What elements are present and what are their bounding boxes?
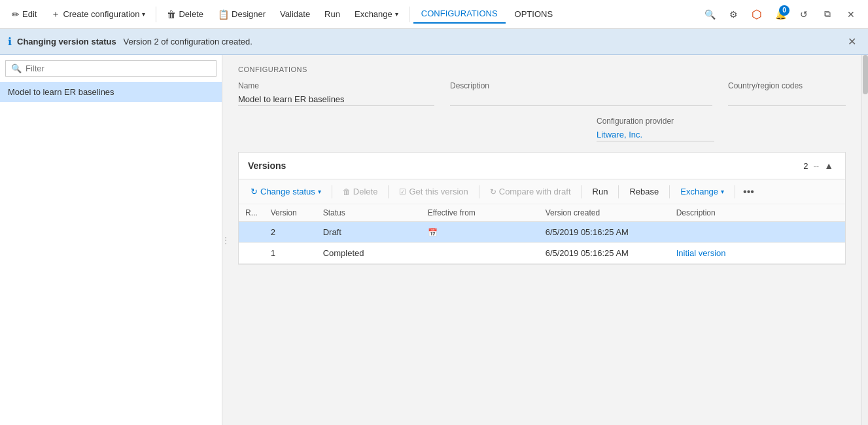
country-field: Country/region codes <box>728 81 846 106</box>
delete-icon: 🗑 <box>167 9 176 20</box>
scrollbar[interactable] <box>861 55 868 425</box>
cell-version: 2 <box>264 222 317 243</box>
form-row-2: Configuration provider Litware, Inc. <box>238 117 846 141</box>
notification-close-button[interactable]: ✕ <box>844 34 860 49</box>
search-icon: 🔍 <box>11 64 22 73</box>
description-value <box>450 93 712 106</box>
cell-description: Initial version <box>670 243 845 264</box>
sep2 <box>388 185 389 198</box>
search-button[interactable]: 🔍 <box>698 3 721 26</box>
search-input[interactable] <box>26 64 211 73</box>
refresh-button[interactable]: ↺ <box>792 3 816 26</box>
compare-icon: ↻ <box>490 187 496 196</box>
cell-created: 6/5/2019 05:16:25 AM <box>539 243 670 264</box>
versions-count: 2 <box>803 161 808 171</box>
cell-description <box>670 222 845 243</box>
table-row[interactable]: 2 Draft 📅 6/5/2019 05:16:25 AM <box>239 222 845 243</box>
notification-bar: ℹ Changing version status Version 2 of c… <box>0 29 868 55</box>
office-button[interactable]: ⬡ <box>745 3 769 26</box>
notification-message: Changing version status Version 2 of con… <box>17 37 252 46</box>
separator <box>156 7 156 22</box>
provider-field: Configuration provider Litware, Inc. <box>597 117 714 141</box>
cell-version: 1 <box>264 243 317 264</box>
run-button[interactable]: Run <box>318 5 347 23</box>
section-label: CONFIGURATIONS <box>238 65 846 73</box>
run-versions-button[interactable]: Run <box>586 183 615 200</box>
main-toolbar: ✏ Edit ＋ Create configuration ▾ 🗑 Delete… <box>0 0 868 29</box>
rebase-button[interactable]: Rebase <box>623 183 665 200</box>
calendar-icon[interactable]: 📅 <box>428 228 438 237</box>
chevron-down-icon: ▾ <box>395 10 398 18</box>
name-value: Model to learn ER baselines <box>238 93 434 106</box>
sep3 <box>479 185 479 198</box>
separator-2 <box>409 7 409 22</box>
settings-button[interactable]: ⚙ <box>721 3 745 26</box>
close-icon: ✕ <box>847 9 855 20</box>
tab-configurations[interactable]: CONFIGURATIONS <box>413 5 506 24</box>
refresh-icon: ↺ <box>800 9 808 20</box>
sep6 <box>669 185 670 198</box>
plus-icon: ＋ <box>51 9 60 20</box>
chevron-down-icon: ▾ <box>142 10 145 18</box>
cell-status: Completed <box>317 243 421 264</box>
compare-with-draft-button[interactable]: ↻ Compare with draft <box>483 183 578 200</box>
name-field: Name Model to learn ER baselines <box>238 81 434 106</box>
versions-dash: -- <box>813 161 819 171</box>
col-header-created: Version created <box>539 204 670 222</box>
notifications-button[interactable]: 🔔 0 <box>769 3 792 26</box>
delete-button[interactable]: 🗑 Delete <box>160 5 210 24</box>
sep <box>332 185 332 198</box>
country-value <box>728 93 846 106</box>
change-status-button[interactable]: ↻ Change status ▾ <box>244 183 328 200</box>
tab-options[interactable]: OPTIONS <box>507 5 561 23</box>
info-icon: ℹ <box>8 35 12 48</box>
drag-handle[interactable]: ⋮ <box>220 233 232 248</box>
nav-buttons: 🔍 ⚙ ⬡ 🔔 0 ↺ ⧉ ✕ <box>698 3 863 26</box>
sidebar-item-model[interactable]: Model to learn ER baselines <box>0 82 222 102</box>
edit-icon: ✏ <box>12 9 20 20</box>
search-icon: 🔍 <box>704 9 716 20</box>
col-header-r: R... <box>239 204 264 222</box>
exchange-versions-button[interactable]: Exchange ▾ <box>674 183 731 200</box>
close-button[interactable]: ✕ <box>839 3 863 26</box>
office-icon: ⬡ <box>752 7 762 22</box>
col-header-effective: Effective from <box>421 204 539 222</box>
versions-header: Versions 2 -- ▲ <box>239 153 845 179</box>
versions-panel: Versions 2 -- ▲ ↻ Change status ▾ 🗑 Dele… <box>238 152 846 265</box>
edit-button[interactable]: ✏ Edit <box>5 5 43 24</box>
more-options-button[interactable]: ••• <box>739 185 758 199</box>
chevron-down-icon: ▾ <box>318 188 321 195</box>
cell-effective: 📅 <box>421 222 539 243</box>
versions-table: R... Version Status Effective from Versi… <box>239 204 845 264</box>
form-row-1: Name Model to learn ER baselines Descrip… <box>238 81 846 106</box>
designer-icon: 📋 <box>218 9 229 20</box>
versions-delete-button[interactable]: 🗑 Delete <box>336 183 385 200</box>
cell-created: 6/5/2019 05:16:25 AM <box>539 222 670 243</box>
table-row[interactable]: 1 Completed 6/5/2019 05:16:25 AM Initial… <box>239 243 845 264</box>
gear-icon: ⚙ <box>729 9 738 20</box>
delete-icon: 🗑 <box>343 187 351 196</box>
col-header-status: Status <box>317 204 421 222</box>
sep7 <box>735 185 735 198</box>
restore-button[interactable]: ⧉ <box>816 3 839 26</box>
chevron-up-icon: ▲ <box>824 160 833 171</box>
content-area: CONFIGURATIONS Name Model to learn ER ba… <box>222 55 861 425</box>
restore-icon: ⧉ <box>824 9 831 20</box>
get-this-version-button[interactable]: ☑ Get this version <box>392 183 474 200</box>
sep4 <box>582 185 582 198</box>
versions-collapse-button[interactable]: ▲ <box>822 159 836 172</box>
exchange-button[interactable]: Exchange ▾ <box>348 5 405 23</box>
cell-effective <box>421 243 539 264</box>
create-configuration-button[interactable]: ＋ Create configuration ▾ <box>44 5 152 24</box>
scrollbar-thumb[interactable] <box>863 55 868 94</box>
configurations-section: CONFIGURATIONS Name Model to learn ER ba… <box>222 55 861 141</box>
col-header-version: Version <box>264 204 317 222</box>
designer-button[interactable]: 📋 Designer <box>211 5 272 24</box>
versions-toolbar: ↻ Change status ▾ 🗑 Delete ☑ Get this ve… <box>239 179 845 204</box>
close-icon: ✕ <box>848 36 856 47</box>
versions-title: Versions <box>248 160 803 171</box>
checkmark-icon: ☑ <box>399 187 406 196</box>
provider-value[interactable]: Litware, Inc. <box>597 128 714 141</box>
validate-button[interactable]: Validate <box>273 5 317 23</box>
sidebar: 🔍 Model to learn ER baselines <box>0 55 222 425</box>
